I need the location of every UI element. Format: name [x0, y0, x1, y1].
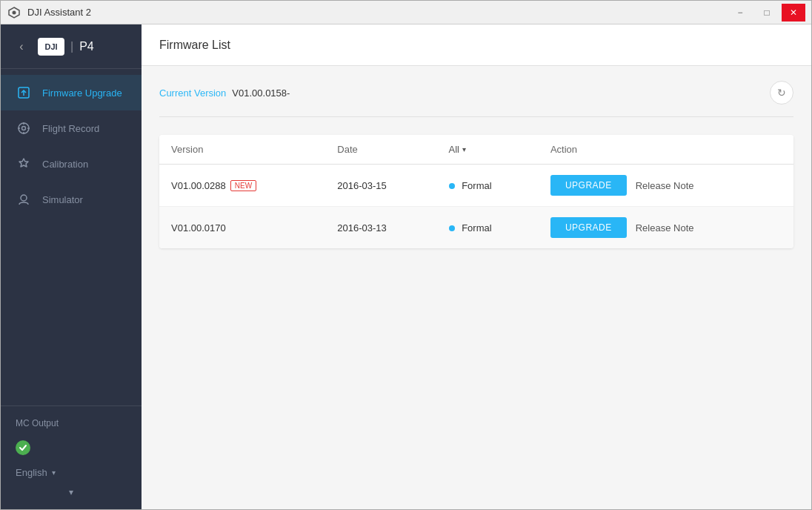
logo-divider: |	[70, 40, 73, 53]
release-note-link-2[interactable]: Release Note	[636, 222, 694, 234]
calibration-icon	[16, 156, 32, 172]
svg-point-4	[19, 123, 29, 133]
mc-status-icon	[16, 440, 30, 455]
col-version: Version	[159, 135, 325, 165]
page-title: Firmware List	[159, 39, 230, 52]
close-button[interactable]: ✕	[782, 4, 805, 21]
calibration-label: Calibration	[42, 159, 88, 170]
upgrade-button-2[interactable]: UPGRADE	[550, 217, 627, 238]
row2-version: V01.00.0170	[159, 207, 325, 249]
col-type[interactable]: All ▾	[437, 135, 539, 165]
app-icon	[7, 5, 21, 20]
row1-type: Formal	[437, 165, 539, 207]
window-title: DJI Assistant 2	[27, 7, 91, 18]
dji-logo-text: DJI	[38, 38, 64, 56]
simulator-label: Simulator	[42, 194, 83, 205]
refresh-icon: ↻	[777, 87, 786, 99]
svg-point-10	[21, 195, 27, 201]
sidebar-item-simulator[interactable]: Simulator	[1, 182, 142, 217]
upgrade-button-1[interactable]: UPGRADE	[550, 175, 627, 196]
current-version-value: V01.00.0158-	[232, 87, 290, 99]
mc-output-section: MC Output	[16, 418, 127, 428]
flight-record-label: Flight Record	[42, 123, 99, 134]
minimize-button[interactable]: −	[728, 4, 752, 21]
type-dot	[449, 225, 455, 231]
filter-arrow-icon: ▾	[462, 145, 466, 153]
firmware-upgrade-label: Firmware Upgrade	[42, 87, 122, 99]
refresh-button[interactable]: ↻	[770, 81, 793, 105]
language-selector[interactable]: English ▾	[16, 467, 127, 478]
language-arrow-icon: ▾	[52, 468, 56, 477]
firmware-table: Version Date All ▾ Action	[159, 135, 793, 248]
mc-output-label: MC Output	[16, 418, 59, 428]
svg-point-5	[22, 127, 26, 130]
device-model: P4	[79, 40, 94, 53]
firmware-icon	[16, 85, 32, 101]
row2-date: 2016-03-13	[325, 207, 436, 249]
svg-point-1	[13, 10, 16, 14]
table-row: V01.00.0170 2016-03-13 Formal UPGRADE Re…	[159, 207, 793, 249]
simulator-icon	[16, 191, 32, 208]
new-badge: NEW	[230, 180, 256, 191]
current-version-label: Current Version	[159, 87, 226, 99]
row1-action: UPGRADE Release Note	[539, 165, 793, 207]
sidebar-item-calibration[interactable]: Calibration	[1, 146, 142, 182]
sidebar-nav: Firmware Upgrade Flight	[1, 69, 142, 405]
type-dot	[449, 183, 455, 189]
sidebar-item-flight-record[interactable]: Flight Record	[1, 110, 142, 146]
restore-button[interactable]: □	[755, 4, 779, 21]
sidebar-item-firmware-upgrade[interactable]: Firmware Upgrade	[1, 75, 142, 110]
col-action: Action	[539, 135, 793, 165]
back-button[interactable]: ‹	[13, 38, 30, 56]
row1-version: V01.00.0288 NEW	[159, 165, 325, 207]
table-row: V01.00.0288 NEW 2016-03-15 Formal	[159, 165, 793, 207]
release-note-link-1[interactable]: Release Note	[636, 180, 694, 191]
language-label: English	[16, 467, 47, 478]
col-date: Date	[325, 135, 436, 165]
dji-logo: DJI | P4	[38, 38, 94, 56]
row1-date: 2016-03-15	[325, 165, 436, 207]
version-bar: Current Version V01.00.0158- ↻	[159, 81, 793, 117]
flight-record-icon	[16, 120, 32, 136]
row2-action: UPGRADE Release Note	[539, 207, 793, 249]
sidebar-dropdown-button[interactable]: ▾	[16, 487, 127, 497]
row2-type: Formal	[437, 207, 539, 249]
